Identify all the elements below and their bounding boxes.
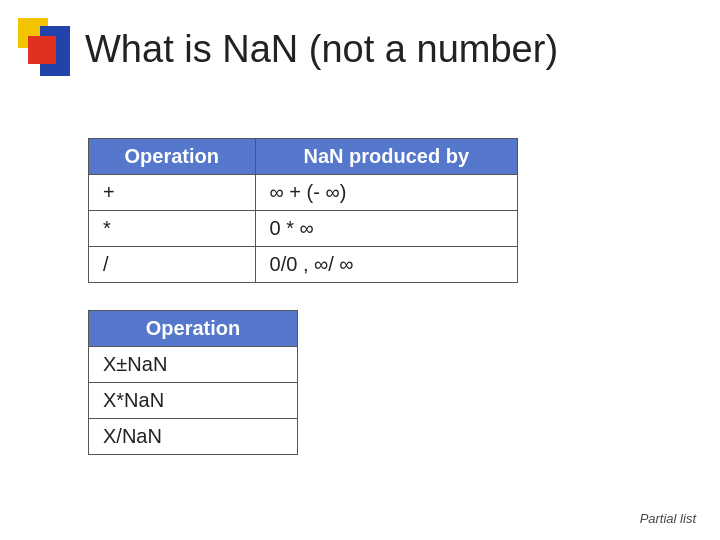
deco-red-block	[28, 36, 56, 64]
nan-multiply: 0 * ∞	[255, 211, 517, 247]
table-row: X*NaN	[89, 383, 298, 419]
second-table: Operation X±NaN X*NaN X/NaN	[88, 310, 298, 455]
decorative-blocks	[18, 18, 70, 86]
table-row: / 0/0 , ∞/ ∞	[89, 247, 518, 283]
partial-list-label: Partial list	[640, 511, 696, 526]
main-table-container: Operation NaN produced by + ∞ + (- ∞) * …	[88, 138, 518, 283]
second-table-header: Operation	[89, 311, 298, 347]
second-table-container: Operation X±NaN X*NaN X/NaN	[88, 310, 298, 455]
nan-plus: ∞ + (- ∞)	[255, 175, 517, 211]
nan-divide: 0/0 , ∞/ ∞	[255, 247, 517, 283]
table-row: X±NaN	[89, 347, 298, 383]
op-x-mul-nan: X*NaN	[89, 383, 298, 419]
op-x-div-nan: X/NaN	[89, 419, 298, 455]
main-table-header-nan: NaN produced by	[255, 139, 517, 175]
op-divide: /	[89, 247, 256, 283]
main-table-header-operation: Operation	[89, 139, 256, 175]
op-plus: +	[89, 175, 256, 211]
op-x-plus-nan: X±NaN	[89, 347, 298, 383]
page-title: What is NaN (not a number)	[85, 28, 558, 71]
op-multiply: *	[89, 211, 256, 247]
table-row: * 0 * ∞	[89, 211, 518, 247]
table-row: X/NaN	[89, 419, 298, 455]
table-row: + ∞ + (- ∞)	[89, 175, 518, 211]
main-table: Operation NaN produced by + ∞ + (- ∞) * …	[88, 138, 518, 283]
